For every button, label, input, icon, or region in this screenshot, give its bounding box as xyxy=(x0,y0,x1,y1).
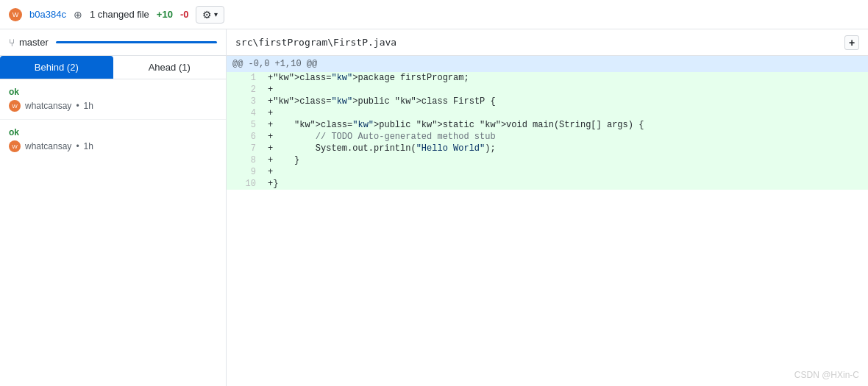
author-name: whatcansay xyxy=(25,141,71,151)
file-header: src\firstProgram\FirstP.java + xyxy=(227,29,868,56)
line-marker xyxy=(256,96,268,107)
commit-status: ok xyxy=(9,87,217,97)
avatar: W xyxy=(9,140,21,152)
commit-time-value: 1h xyxy=(84,141,93,151)
line-content: +"kw">class="kw">package firstProgram; xyxy=(268,72,868,84)
line-marker xyxy=(256,131,268,143)
line-number: 6 xyxy=(227,131,256,143)
branch-progress-bar xyxy=(56,41,217,43)
line-marker xyxy=(256,72,268,84)
line-content: + System.out.println("Hello World"); xyxy=(268,143,868,154)
settings-button[interactable]: ⚙ ▾ xyxy=(196,6,224,24)
watermark: CSDN @HXin-C xyxy=(794,370,859,380)
list-item: ok W whatcansay • 1h xyxy=(0,120,226,160)
commit-author: W whatcansay • 1h xyxy=(9,100,217,112)
commit-status: ok xyxy=(9,127,217,137)
diff-table: @@ -0,0 +1,10 @@ 1+"kw">class="kw">packa… xyxy=(227,56,868,190)
table-row: 1+"kw">class="kw">package firstProgram; xyxy=(227,72,868,84)
diff-container[interactable]: @@ -0,0 +1,10 @@ 1+"kw">class="kw">packa… xyxy=(227,56,868,386)
line-marker xyxy=(256,154,268,166)
changed-file-count: 1 changed file xyxy=(90,9,149,20)
line-number: 9 xyxy=(227,166,256,178)
commit-time-value: 1h xyxy=(84,101,93,111)
line-number: 3 xyxy=(227,96,256,107)
line-marker xyxy=(256,107,268,119)
line-number: 10 xyxy=(227,178,256,190)
commit-list: ok W whatcansay • 1h ok W whatcansay • 1… xyxy=(0,79,226,386)
table-row: 2+ xyxy=(227,84,868,96)
line-number: 7 xyxy=(227,143,256,154)
line-marker xyxy=(256,143,268,154)
line-marker xyxy=(256,84,268,96)
line-number: 4 xyxy=(227,107,256,119)
line-marker xyxy=(256,166,268,178)
commit-time: • xyxy=(76,141,79,151)
line-number: 2 xyxy=(227,84,256,96)
tab-ahead[interactable]: Ahead (1) xyxy=(113,56,227,79)
additions-count: +10 xyxy=(157,9,173,20)
plus-icon: ⊕ xyxy=(74,9,82,21)
line-number: 8 xyxy=(227,154,256,166)
diff-hunk-header: @@ -0,0 +1,10 @@ xyxy=(227,56,868,72)
table-row: 3+"kw">class="kw">public "kw">class Firs… xyxy=(227,96,868,107)
top-bar: W b0a384c ⊕ 1 changed file +10 -0 ⚙ ▾ xyxy=(0,0,868,29)
branch-header: ⑂ master xyxy=(0,29,226,56)
line-number: 1 xyxy=(227,72,256,84)
list-item: ok W whatcansay • 1h xyxy=(0,79,226,120)
tab-behind[interactable]: Behind (2) xyxy=(0,56,113,79)
commit-hash[interactable]: b0a384c xyxy=(29,9,66,20)
line-number: 5 xyxy=(227,119,256,131)
table-row: 4+ xyxy=(227,107,868,119)
table-row: 10+} xyxy=(227,178,868,190)
table-row: 7+ System.out.println("Hello World"); xyxy=(227,143,868,154)
branch-name: master xyxy=(19,37,49,48)
line-content: + xyxy=(268,166,868,178)
hunk-header-text: @@ -0,0 +1,10 @@ xyxy=(227,56,868,72)
user-avatar: W xyxy=(9,8,22,21)
table-row: 5+ "kw">class="kw">public "kw">static "k… xyxy=(227,119,868,131)
line-content: +"kw">class="kw">public "kw">class First… xyxy=(268,96,868,107)
avatar: W xyxy=(9,100,21,112)
author-name: whatcansay xyxy=(25,101,71,111)
chevron-down-icon: ▾ xyxy=(214,10,218,18)
line-marker xyxy=(256,119,268,131)
main-content: ⑂ master Behind (2) Ahead (1) ok W whatc… xyxy=(0,29,868,386)
line-marker xyxy=(256,178,268,190)
branch-icon: ⑂ xyxy=(9,37,15,49)
tabs-row: Behind (2) Ahead (1) xyxy=(0,56,226,79)
file-path: src\firstProgram\FirstP.java xyxy=(235,37,396,48)
expand-button[interactable]: + xyxy=(844,35,859,50)
line-content: + "kw">class="kw">public "kw">static "kw… xyxy=(268,119,868,131)
right-panel: src\firstProgram\FirstP.java + @@ -0,0 +… xyxy=(227,29,868,386)
table-row: 8+ } xyxy=(227,154,868,166)
left-panel: ⑂ master Behind (2) Ahead (1) ok W whatc… xyxy=(0,29,227,386)
line-content: + xyxy=(268,84,868,96)
table-row: 9+ xyxy=(227,166,868,178)
table-row: 6+ // TODO Auto-generated method stub xyxy=(227,131,868,143)
line-content: + // TODO Auto-generated method stub xyxy=(268,131,868,143)
deletions-count: -0 xyxy=(180,9,189,20)
line-content: + } xyxy=(268,154,868,166)
line-content: +} xyxy=(268,178,868,190)
commit-time: • xyxy=(76,101,79,111)
gear-icon: ⚙ xyxy=(202,9,212,21)
commit-author: W whatcansay • 1h xyxy=(9,140,217,152)
line-content: + xyxy=(268,107,868,119)
